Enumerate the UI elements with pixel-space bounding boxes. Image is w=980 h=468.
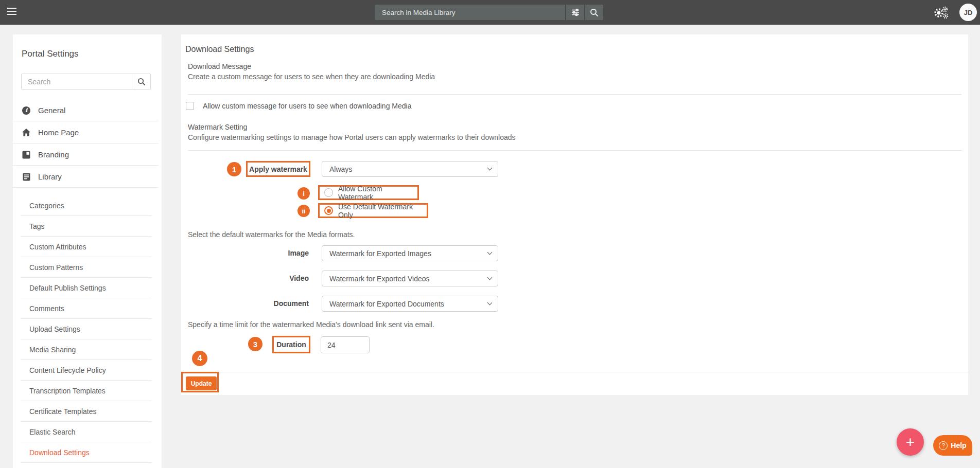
use-default-watermark-radio[interactable] xyxy=(324,206,333,215)
use-default-watermark-highlight-box: Use Default Watermark Only xyxy=(318,203,428,218)
apply-watermark-value: Always xyxy=(329,165,488,173)
allow-custom-message-label: Allow custom message for users to see wh… xyxy=(203,102,411,110)
allow-custom-watermark-highlight-box: Allow Custom Watermark xyxy=(318,185,419,200)
admin-settings-button[interactable] xyxy=(933,6,950,20)
duration-label: Duration xyxy=(276,340,306,349)
sidebar-item-general[interactable]: i General xyxy=(13,99,162,121)
gears-icon xyxy=(933,6,950,20)
allow-custom-watermark-label: Allow Custom Watermark xyxy=(338,185,417,201)
home-icon xyxy=(22,128,31,137)
sidebar-item-media-sharing[interactable]: Media Sharing xyxy=(13,339,162,360)
document-format-label: Document xyxy=(181,299,309,308)
custom-message-row: Allow custom message for users to see wh… xyxy=(186,102,411,110)
page: JD Portal Settings i General Home xyxy=(0,0,980,468)
annotation-step-1: 1 xyxy=(227,162,241,176)
annotation-step-i: i xyxy=(297,187,310,200)
image-watermark-select[interactable]: Watermark for Exported Images xyxy=(322,245,498,261)
duration-input[interactable] xyxy=(321,336,370,353)
chevron-down-icon xyxy=(487,250,493,255)
sidebar-search-button[interactable] xyxy=(132,74,150,89)
download-settings-panel: Download Settings Download Message Creat… xyxy=(181,34,968,395)
image-format-label: Image xyxy=(181,249,309,257)
user-avatar[interactable]: JD xyxy=(959,4,977,21)
sidebar-main-menu: i General Home Page Branding xyxy=(13,99,162,188)
sidebar-item-custom-patterns[interactable]: Custom Patterns xyxy=(13,257,162,278)
media-library-search xyxy=(375,5,603,20)
download-message-title: Download Message xyxy=(188,62,251,70)
help-label: Help xyxy=(951,441,966,449)
sidebar-item-label: Home Page xyxy=(38,128,79,137)
chevron-down-icon xyxy=(487,275,493,280)
duration-intro-text: Specify a time limit for the watermarked… xyxy=(188,320,434,329)
search-icon xyxy=(137,78,146,86)
topbar: JD xyxy=(0,0,980,25)
update-button[interactable]: Update xyxy=(186,376,217,390)
question-mark-icon: ? xyxy=(939,441,948,450)
page-title: Download Settings xyxy=(185,45,254,54)
chevron-down-icon xyxy=(487,300,493,305)
sidebar-item-certificate-templates[interactable]: Certificate Templates xyxy=(13,401,162,422)
duration-highlight-box: Duration xyxy=(272,336,310,353)
apply-watermark-highlight-box: Apply watermark xyxy=(246,161,310,177)
allow-custom-message-checkbox[interactable] xyxy=(186,102,194,110)
sidebar-item-label: Library xyxy=(38,172,62,181)
sidebar-item-comments[interactable]: Comments xyxy=(13,298,162,319)
sidebar-item-label: General xyxy=(38,106,65,115)
watermark-setting-title: Watermark Setting xyxy=(188,123,247,131)
help-button[interactable]: ? Help xyxy=(933,435,972,456)
divider xyxy=(188,94,961,95)
annotation-step-4: 4 xyxy=(192,351,207,366)
allow-custom-watermark-radio[interactable] xyxy=(324,188,333,197)
branding-icon xyxy=(22,150,31,159)
add-fab-button[interactable]: + xyxy=(897,428,924,456)
filter-sliders-icon xyxy=(571,8,580,17)
sidebar-search-input[interactable] xyxy=(22,74,132,89)
sidebar-item-content-lifecycle-policy[interactable]: Content Lifecycle Policy xyxy=(13,360,162,381)
download-message-subtitle: Create a custom message for users to see… xyxy=(188,73,435,81)
sidebar-item-default-publish-settings[interactable]: Default Publish Settings xyxy=(13,278,162,298)
sidebar-item-upload-settings[interactable]: Upload Settings xyxy=(13,319,162,339)
sidebar-item-library[interactable]: Library xyxy=(13,166,162,188)
sidebar-item-elastic-search[interactable]: Elastic Search xyxy=(13,422,162,442)
video-watermark-value: Watermark for Exported Videos xyxy=(329,275,488,283)
info-icon: i xyxy=(22,106,31,115)
media-library-search-input[interactable] xyxy=(375,5,565,20)
sidebar-item-branding[interactable]: Branding xyxy=(13,143,162,166)
video-format-label: Video xyxy=(181,274,309,282)
apply-watermark-select[interactable]: Always xyxy=(322,161,498,177)
sidebar-item-categories[interactable]: Categories xyxy=(13,195,162,216)
sidebar-title: Portal Settings xyxy=(13,34,162,59)
document-watermark-value: Watermark for Exported Documents xyxy=(329,300,488,308)
chevron-down-icon xyxy=(487,166,493,171)
update-highlight-box: Update xyxy=(181,372,219,392)
search-submit-button[interactable] xyxy=(585,5,603,20)
hamburger-menu-icon[interactable] xyxy=(7,8,16,17)
divider xyxy=(188,150,961,151)
plus-icon: + xyxy=(906,434,915,451)
annotation-step-ii: ii xyxy=(297,205,310,217)
image-watermark-value: Watermark for Exported Images xyxy=(329,249,488,258)
document-watermark-select[interactable]: Watermark for Exported Documents xyxy=(322,296,498,312)
sidebar-library-submenu: Categories Tags Custom Attributes Custom… xyxy=(13,195,162,463)
sidebar-item-download-settings[interactable]: Download Settings xyxy=(13,442,162,463)
apply-watermark-label: Apply watermark xyxy=(249,165,307,173)
portal-settings-sidebar: Portal Settings i General Home Page xyxy=(13,34,162,468)
sidebar-item-label: Branding xyxy=(38,150,69,159)
video-watermark-select[interactable]: Watermark for Exported Videos xyxy=(322,271,498,286)
search-icon xyxy=(590,8,599,17)
sidebar-item-tags[interactable]: Tags xyxy=(13,216,162,237)
annotation-step-3: 3 xyxy=(248,337,262,351)
sidebar-search xyxy=(21,74,151,90)
search-filter-button[interactable] xyxy=(566,5,584,20)
library-book-icon xyxy=(22,172,31,182)
formats-intro-text: Select the default watermarks for the Me… xyxy=(188,230,355,239)
divider xyxy=(181,372,968,372)
sidebar-item-transcription-templates[interactable]: Transcription Templates xyxy=(13,381,162,401)
sidebar-item-home-page[interactable]: Home Page xyxy=(13,121,162,143)
sidebar-item-custom-attributes[interactable]: Custom Attributes xyxy=(13,237,162,257)
watermark-setting-subtitle: Configure watermarking settings to manag… xyxy=(188,133,516,141)
use-default-watermark-label: Use Default Watermark Only xyxy=(338,203,427,219)
